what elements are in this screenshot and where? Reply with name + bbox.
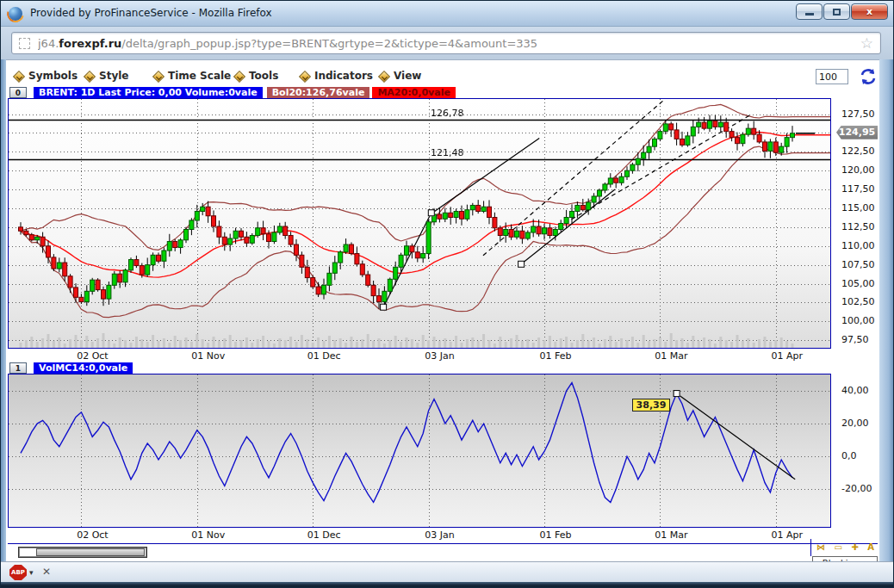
price-tick-label: 100,00 [841, 315, 875, 326]
x-axis-label: 01 Mar [655, 529, 687, 541]
x-axis-label: 01 Apr [772, 529, 804, 541]
x-axis-label: 01 Apr [772, 350, 804, 362]
favicon-placeholder-icon [19, 38, 30, 49]
chart-page: Symbols Style Time Scale Tools Indicator… [6, 59, 879, 562]
window-frame-right [879, 59, 894, 582]
bookmark-star-icon[interactable]: ☆ [860, 36, 873, 51]
ma-legend-chip[interactable]: MA20:0,0vale [372, 87, 455, 99]
adblock-caret-icon[interactable]: ▾ [29, 568, 34, 577]
x-axis-label: 01 Dec [307, 529, 341, 541]
indicator-tick-label: 20,00 [841, 418, 869, 429]
maximize-icon [833, 9, 841, 15]
firefox-icon [9, 7, 22, 21]
menu-time-scale[interactable]: Time Scale [152, 67, 231, 84]
pane-index-button[interactable]: 0 [9, 87, 27, 98]
window-controls: x [795, 3, 888, 20]
addon-bar: ABP ▾ ✕ [1, 561, 894, 582]
window-title: Provided by ProFinanceService - Mozilla … [30, 7, 272, 19]
adblock-icon[interactable]: ABP [9, 565, 27, 580]
window-frame-bottom [1, 582, 894, 588]
menu-indicators[interactable]: Indicators [299, 67, 373, 84]
menu-view[interactable]: View [378, 67, 421, 84]
indicator-legend: 1 VolMC14:0,0vale [6, 362, 133, 374]
price-tick-label: 102,50 [841, 296, 875, 307]
price-tick-label: 117,50 [841, 183, 875, 195]
main-chart-canvas[interactable] [9, 99, 830, 348]
volmc-legend-chip[interactable]: VolMC14:0,0vale [34, 362, 133, 374]
indicator-tick-label: -20,00 [841, 483, 872, 494]
menu-diamond-icon [299, 71, 310, 82]
menu-diamond-icon [84, 71, 95, 82]
auto-scale-icon[interactable]: A [867, 543, 874, 552]
bollinger-legend-chip[interactable]: Bol20:126,76vale [267, 87, 370, 99]
menu-diamond-icon [378, 71, 389, 82]
addon-bar-close-icon[interactable]: ✕ [42, 566, 51, 578]
refresh-button[interactable] [859, 67, 878, 86]
menu-diamond-icon [13, 71, 24, 82]
price-tick-label: 127,50 [841, 108, 875, 120]
indicator-tick-label: 0,0 [841, 450, 857, 461]
firefox-window: Provided by ProFinanceService - Mozilla … [0, 0, 894, 588]
price-tick-label: 115,00 [841, 202, 875, 214]
price-tick-label: 105,00 [841, 278, 875, 289]
menu-diamond-icon [152, 71, 164, 82]
zoom-in-icon[interactable]: ✚ [851, 543, 858, 552]
menu-diamond-icon [233, 71, 245, 82]
trendline-value-marker[interactable]: 38,39 [632, 399, 671, 412]
indicator-time-axis: 02 Oct01 Nov01 Dec03 Jan01 Feb01 Mar01 A… [8, 529, 831, 541]
main-time-axis: 02 Oct01 Nov01 Dec03 Jan01 Feb01 Mar01 A… [8, 350, 831, 362]
title-bar[interactable]: Provided by ProFinanceService - Mozilla … [1, 1, 894, 27]
applet-divider [8, 543, 878, 544]
chart-menu-bar: Symbols Style Time Scale Tools Indicator… [6, 67, 879, 86]
price-tick-label: 112,50 [841, 221, 875, 232]
x-axis-label: 01 Nov [191, 529, 225, 541]
hline-value-label: 126,78 [431, 108, 464, 119]
amount-input[interactable] [816, 69, 848, 84]
last-price-badge: 124,95 [836, 126, 878, 139]
chart-scrollbar[interactable] [18, 547, 147, 558]
zoom-fit-icon[interactable]: ⋈ [816, 543, 825, 552]
menu-style[interactable]: Style [84, 67, 128, 84]
x-axis-label: 03 Jan [425, 529, 454, 541]
minimize-icon [805, 13, 814, 15]
zoom-out-icon[interactable]: ▭ [834, 543, 841, 552]
price-tick-label: 97,50 [841, 334, 869, 345]
x-axis-label: 03 Jan [425, 350, 454, 362]
price-tick-label: 120,00 [841, 164, 875, 176]
url-input[interactable]: j64.forexpf.ru/delta/graph_popup.jsp?typ… [11, 32, 881, 54]
price-tick-label: 122,50 [841, 145, 875, 157]
main-chart-plot[interactable]: 126,78121,48 [8, 98, 831, 349]
price-tick-label: 107,50 [841, 259, 875, 270]
menu-tools[interactable]: Tools [233, 67, 278, 84]
menu-symbols[interactable]: Symbols [13, 67, 78, 84]
pane-index-button[interactable]: 1 [9, 362, 27, 374]
indicator-value-axis: 40,0020,000,0-20,00 [833, 374, 879, 528]
url-text: j64.forexpf.ru/delta/graph_popup.jsp?typ… [38, 37, 537, 50]
main-price-axis: 127,50122,50120,00117,50115,00112,50110,… [833, 98, 879, 349]
close-button[interactable]: x [851, 3, 888, 20]
x-axis-label: 02 Oct [77, 529, 109, 541]
close-icon: x [866, 6, 872, 17]
hline-value-label: 121,48 [431, 147, 464, 158]
x-axis-label: 01 Mar [655, 350, 687, 362]
price-tick-label: 110,00 [841, 240, 875, 251]
refresh-icon [859, 67, 878, 86]
maximize-button[interactable] [823, 3, 850, 20]
x-axis-label: 01 Feb [540, 350, 572, 362]
indicator-plot[interactable]: 38,39 [8, 374, 831, 528]
chart-tool-panel: ⋈ ▭ ✚ A [810, 539, 879, 556]
symbol-legend-chip[interactable]: BRENT: 1D Last Price: 0,00 Volume:0vale [34, 87, 263, 99]
x-axis-label: 01 Dec [307, 350, 341, 362]
indicator-tick-label: 40,00 [841, 385, 869, 396]
x-axis-label: 01 Feb [540, 529, 572, 541]
navigation-bar: j64.forexpf.ru/delta/graph_popup.jsp?typ… [1, 27, 894, 59]
minimize-button[interactable] [796, 3, 823, 20]
x-axis-label: 02 Oct [77, 350, 109, 362]
main-chart-legend: 0 BRENT: 1D Last Price: 0,00 Volume:0val… [6, 87, 456, 99]
chart-scrollbar-thumb[interactable] [36, 548, 145, 556]
x-axis-label: 01 Nov [191, 350, 225, 362]
indicator-canvas[interactable] [9, 374, 830, 527]
